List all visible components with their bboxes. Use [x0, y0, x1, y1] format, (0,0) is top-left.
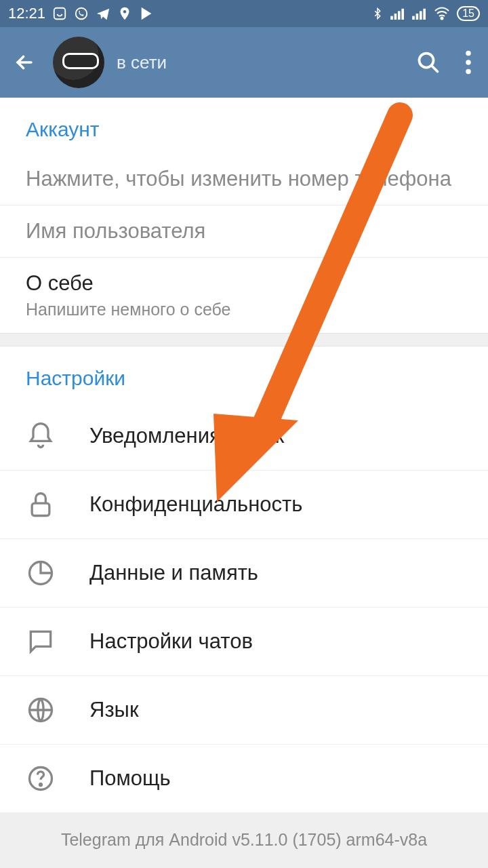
signal-icon-2	[412, 7, 427, 20]
whatsapp-icon	[74, 6, 89, 21]
svg-rect-3	[390, 16, 393, 20]
status-bar: 12:21 15	[0, 0, 488, 27]
settings-item-chat[interactable]: Настройки чатов	[0, 608, 488, 676]
status-time: 12:21	[8, 5, 45, 22]
app-icon	[52, 6, 67, 21]
svg-rect-5	[398, 11, 401, 20]
search-button[interactable]	[416, 50, 441, 75]
bio-row[interactable]: О себе Напишите немного о себе	[0, 258, 488, 333]
settings-item-label: Язык	[89, 698, 138, 722]
svg-point-1	[76, 8, 87, 20]
account-section-header: Аккаунт	[0, 98, 488, 153]
svg-point-2	[123, 10, 127, 14]
settings-item-language[interactable]: Язык	[0, 676, 488, 745]
signal-icon	[390, 7, 405, 20]
online-status: в сети	[117, 52, 167, 73]
svg-point-11	[441, 18, 443, 20]
back-button[interactable]	[9, 47, 39, 77]
settings-item-notifications[interactable]: Уведомления и звук	[0, 402, 488, 471]
svg-point-15	[466, 69, 471, 75]
bluetooth-icon	[371, 6, 384, 21]
svg-rect-8	[416, 14, 419, 20]
svg-point-14	[466, 60, 471, 65]
username-label: Имя пользователя	[26, 219, 462, 243]
svg-rect-4	[394, 14, 397, 20]
lock-icon	[26, 490, 56, 519]
phone-hint: Нажмите, чтобы изменить номер телефона	[26, 167, 462, 191]
telegram-icon	[96, 6, 110, 21]
maps-icon	[117, 6, 132, 21]
settings-item-label: Данные и память	[89, 561, 258, 585]
chat-icon	[26, 627, 56, 656]
settings-item-label: Помощь	[89, 766, 171, 791]
svg-rect-9	[420, 11, 422, 20]
version-footer: Telegram для Android v5.11.0 (1705) arm6…	[0, 812, 488, 868]
pie-icon	[26, 558, 56, 588]
settings-item-privacy[interactable]: Конфиденциальность	[0, 471, 488, 539]
help-icon	[26, 764, 56, 793]
svg-rect-6	[402, 9, 405, 20]
svg-rect-0	[54, 8, 66, 20]
battery-indicator: 15	[457, 6, 480, 21]
settings-item-label: Уведомления и звук	[89, 424, 284, 448]
svg-point-13	[466, 51, 471, 56]
settings-item-label: Настройки чатов	[89, 629, 253, 654]
phone-row[interactable]: Нажмите, чтобы изменить номер телефона	[0, 153, 488, 205]
wifi-icon	[434, 7, 450, 20]
bell-icon	[26, 421, 56, 451]
settings-item-label: Конфиденциальность	[89, 492, 302, 517]
avatar[interactable]	[53, 37, 104, 88]
svg-point-20	[40, 784, 42, 786]
settings-section-header: Настройки	[0, 347, 488, 402]
svg-rect-16	[32, 503, 49, 515]
more-button[interactable]	[465, 50, 472, 75]
settings-item-data[interactable]: Данные и память	[0, 539, 488, 608]
username-row[interactable]: Имя пользователя	[0, 205, 488, 258]
settings-item-help[interactable]: Помощь	[0, 745, 488, 812]
globe-icon	[26, 695, 56, 725]
svg-rect-7	[412, 16, 415, 20]
bio-hint: Напишите немного о себе	[26, 300, 462, 319]
bio-title: О себе	[26, 271, 462, 296]
play-icon	[139, 6, 154, 21]
section-divider	[0, 333, 488, 347]
app-bar: в сети	[0, 27, 488, 98]
svg-rect-10	[424, 9, 426, 20]
